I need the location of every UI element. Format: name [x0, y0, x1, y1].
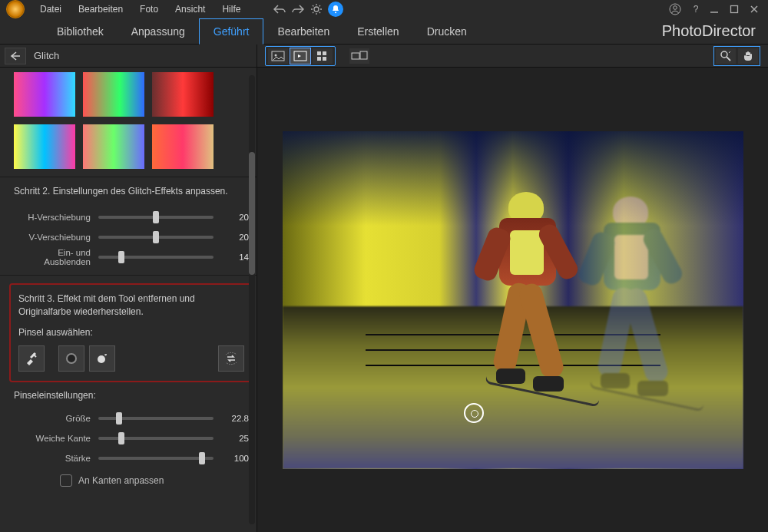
svg-point-19 [721, 51, 727, 58]
preset-thumb[interactable] [152, 72, 214, 117]
viewer-toolbar [257, 45, 768, 68]
menu-hilfe[interactable]: Hilfe [214, 2, 248, 16]
step3-heading: Schritt 3. Effekt mit dem Tool entfernen… [18, 292, 233, 319]
notification-icon[interactable] [328, 2, 343, 17]
user-icon[interactable] [668, 2, 682, 16]
circle-brush-button[interactable] [58, 345, 84, 372]
edge-aware-label: An Kanten anpassen [78, 475, 164, 486]
module-tabbar: Bibliothek Anpassung Geführt Bearbeiten … [0, 18, 768, 45]
svg-point-10 [275, 54, 277, 56]
step3-highlight-box: Schritt 3. Effekt mit dem Tool entfernen… [9, 283, 253, 383]
slider-feather: Weiche Kante 25 [14, 428, 249, 448]
zoom-icon[interactable] [716, 48, 736, 64]
minimize-button[interactable] [710, 5, 722, 14]
tab-bibliothek[interactable]: Bibliothek [43, 18, 118, 44]
slider-thumb[interactable] [116, 412, 122, 425]
step2-heading: Schritt 2. Einstellungen des Glitch-Effe… [14, 185, 229, 198]
slider-thumb[interactable] [118, 251, 124, 263]
svg-point-0 [314, 7, 319, 12]
svg-point-7 [98, 355, 105, 363]
svg-rect-13 [317, 51, 321, 55]
preset-thumb[interactable] [83, 124, 144, 169]
slider-track[interactable] [98, 256, 214, 259]
redo-icon[interactable] [291, 2, 305, 16]
slider-value: 20 [221, 233, 249, 242]
svg-rect-18 [360, 51, 367, 59]
slider-strength: Stärke 100 [14, 448, 249, 468]
tab-anpassung[interactable]: Anpassung [118, 18, 199, 44]
effect-title: Glitch [34, 50, 59, 61]
restore-tool-button[interactable] [18, 345, 45, 372]
slider-value: 14 [221, 253, 249, 262]
edge-aware-checkbox[interactable] [60, 474, 72, 487]
svg-line-20 [727, 57, 730, 61]
slider-thumb[interactable] [153, 231, 159, 243]
panel-scrollbar-track[interactable] [249, 75, 255, 524]
slider-track[interactable] [98, 417, 214, 420]
slider-thumb[interactable] [199, 452, 205, 464]
back-button[interactable] [5, 48, 26, 64]
slider-v-verschiebung: V-Verschiebung 20 [14, 227, 249, 247]
view-compare-icon[interactable] [290, 48, 310, 64]
svg-rect-17 [352, 53, 359, 59]
slider-thumb[interactable] [153, 211, 159, 223]
slider-value: 25 [221, 434, 249, 443]
dual-monitor-icon[interactable] [349, 48, 369, 64]
smart-brush-button[interactable] [89, 345, 115, 372]
slider-h-verschiebung: H-Verschiebung 20 [14, 207, 249, 227]
hand-icon[interactable] [738, 48, 758, 64]
preset-thumb[interactable] [14, 124, 75, 169]
svg-rect-14 [323, 51, 326, 55]
preset-thumbnails [14, 72, 249, 169]
brush-settings-heading: Pinseleinstellungen: [14, 390, 249, 401]
view-grid-icon[interactable] [313, 48, 333, 64]
viewer-pane [257, 45, 768, 532]
svg-point-3 [674, 6, 677, 10]
tab-erstellen[interactable]: Erstellen [343, 18, 412, 44]
slider-fade: Ein- und Ausblenden 14 [14, 247, 249, 267]
slider-track[interactable] [98, 236, 214, 239]
maximize-button[interactable] [730, 5, 742, 14]
slider-label: H-Verschiebung [14, 213, 91, 222]
preset-thumb[interactable] [152, 124, 214, 169]
close-button[interactable] [750, 5, 762, 14]
slider-label: Größe [14, 414, 91, 423]
slider-track[interactable] [98, 437, 214, 440]
slider-value: 20 [221, 213, 249, 222]
tab-gefuehrt[interactable]: Geführt [199, 18, 264, 45]
menu-datei[interactable]: Datei [32, 2, 69, 16]
preset-thumb[interactable] [83, 72, 144, 117]
gear-icon[interactable] [310, 2, 323, 16]
slider-label: Ein- und Ausblenden [14, 248, 91, 266]
edge-aware-row[interactable]: An Kanten anpassen [60, 474, 249, 487]
svg-rect-5 [731, 6, 738, 13]
svg-rect-16 [323, 57, 326, 61]
preset-thumb[interactable] [14, 72, 75, 117]
svg-point-1 [335, 12, 336, 13]
app-logo-icon [6, 0, 25, 18]
slider-label: V-Verschiebung [14, 233, 91, 242]
menu-foto[interactable]: Foto [132, 2, 166, 16]
slider-label: Weiche Kante [14, 434, 91, 443]
title-bar: Datei Bearbeiten Foto Ansicht Hilfe ? [0, 0, 768, 18]
brush-select-label: Pinsel auswählen: [18, 327, 244, 338]
menu-bearbeiten[interactable]: Bearbeiten [71, 2, 131, 16]
menu-ansicht[interactable]: Ansicht [167, 2, 213, 16]
svg-point-6 [67, 354, 76, 363]
tab-drucken[interactable]: Drucken [413, 18, 481, 44]
slider-track[interactable] [98, 216, 214, 219]
tab-bearbeiten[interactable]: Bearbeiten [263, 18, 343, 44]
slider-size: Größe 22.8 [14, 408, 249, 428]
swap-tool-button[interactable] [218, 345, 244, 372]
slider-label: Stärke [14, 454, 91, 463]
undo-icon[interactable] [273, 2, 286, 16]
app-brand: PhotoDirector [650, 18, 768, 44]
image-canvas[interactable] [257, 68, 768, 532]
view-single-icon[interactable] [268, 48, 288, 64]
slider-track[interactable] [98, 457, 214, 460]
slider-thumb[interactable] [118, 432, 124, 444]
help-button[interactable]: ? [690, 4, 702, 15]
edited-photo [283, 131, 743, 469]
panel-scrollbar-thumb[interactable] [249, 152, 255, 275]
svg-rect-15 [317, 57, 321, 61]
